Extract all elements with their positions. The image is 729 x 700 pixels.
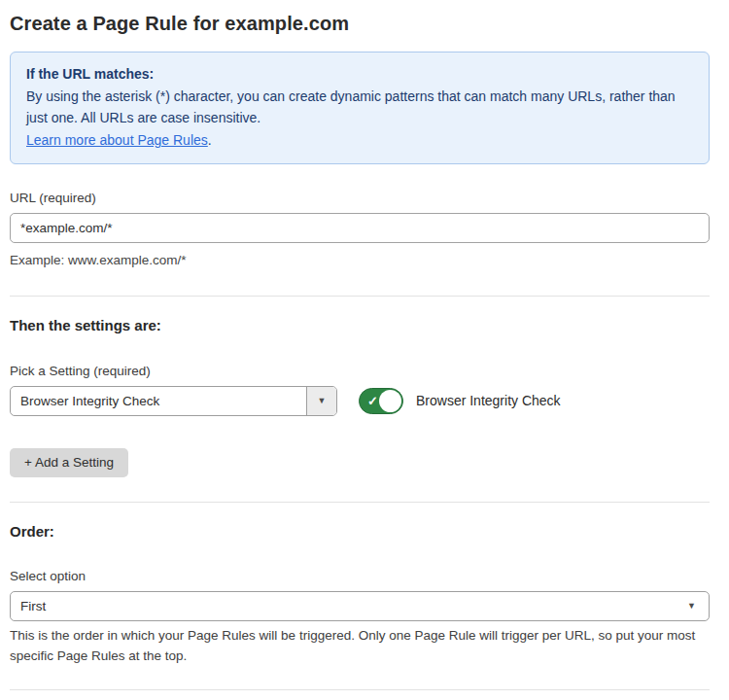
url-input[interactable] <box>10 213 710 243</box>
order-select-value: First <box>20 599 46 613</box>
infobox-body: By using the asterisk (*) character, you… <box>26 86 693 129</box>
url-field: URL (required) Example: www.example.com/… <box>10 191 710 271</box>
add-setting-wrap: + Add a Setting <box>10 448 710 477</box>
setting-select[interactable]: Browser Integrity Check ▼ <box>10 386 337 416</box>
toggle-knob <box>379 390 401 412</box>
learn-more-link[interactable]: Learn more about Page Rules <box>26 132 208 148</box>
infobox-heading: If the URL matches: <box>26 63 693 86</box>
url-example-helper: Example: www.example.com/* <box>10 251 710 271</box>
browser-integrity-toggle[interactable]: ✓ <box>359 388 403 414</box>
url-label: URL (required) <box>10 191 710 205</box>
infobox-link-line: Learn more about Page Rules. <box>26 129 693 152</box>
select-option-label: Select option <box>10 569 710 583</box>
add-setting-button[interactable]: + Add a Setting <box>10 448 128 477</box>
url-match-infobox: If the URL matches: By using the asteris… <box>10 52 710 164</box>
toggle-label: Browser Integrity Check <box>416 393 561 408</box>
divider <box>10 502 710 503</box>
setting-row: Browser Integrity Check ▼ ✓ Browser Inte… <box>10 386 710 416</box>
setting-select-value: Browser Integrity Check <box>11 387 306 415</box>
link-suffix: . <box>208 132 212 148</box>
setting-select-arrow-button[interactable]: ▼ <box>306 387 336 415</box>
settings-heading: Then the settings are: <box>10 317 710 333</box>
order-select[interactable]: First ▼ <box>10 591 710 621</box>
chevron-down-icon: ▼ <box>318 397 327 405</box>
divider <box>10 689 710 690</box>
pick-setting-label: Pick a Setting (required) <box>10 364 710 378</box>
create-page-rule-form: Create a Page Rule for example.com If th… <box>0 0 729 700</box>
divider <box>10 296 710 297</box>
chevron-down-icon: ▼ <box>687 602 696 611</box>
check-icon: ✓ <box>367 394 378 408</box>
order-heading: Order: <box>10 523 710 540</box>
page-title: Create a Page Rule for example.com <box>10 13 710 35</box>
order-helper: This is the order in which your Page Rul… <box>10 625 710 667</box>
